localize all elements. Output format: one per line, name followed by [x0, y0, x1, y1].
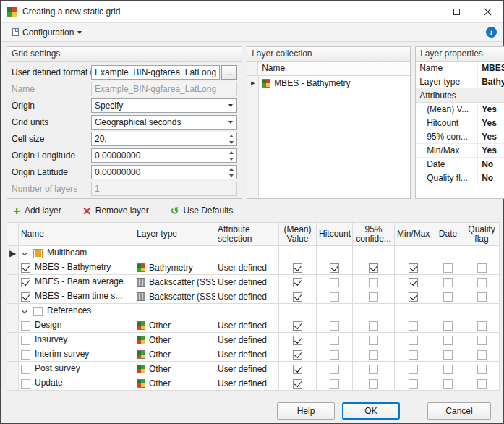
attribute-checkbox[interactable]: [409, 336, 418, 345]
attribute-checkbox[interactable]: [477, 321, 487, 331]
attribute-checkbox[interactable]: [330, 292, 339, 302]
attribute-checkbox[interactable]: [369, 379, 378, 389]
attribute-checkbox[interactable]: [369, 336, 378, 345]
spinner-buttons[interactable]: [226, 149, 236, 162]
attribute-checkbox[interactable]: [293, 379, 302, 389]
spin-down-button[interactable]: [226, 156, 236, 162]
attribute-checkbox[interactable]: [330, 350, 339, 360]
layer-checkbox[interactable]: [21, 365, 30, 374]
spin-up-button[interactable]: [226, 166, 236, 172]
text-input[interactable]: 20,: [91, 132, 237, 146]
row-selector[interactable]: [7, 362, 19, 376]
maximize-button[interactable]: [441, 1, 472, 22]
attribute-checkbox[interactable]: [443, 350, 453, 360]
attribute-checkbox[interactable]: [330, 321, 339, 331]
table-row[interactable]: Post surveyOtherUser defined: [7, 362, 500, 376]
attribute-checkbox[interactable]: [409, 379, 418, 389]
layer-checkbox[interactable]: [21, 336, 30, 345]
combo-box[interactable]: Geographical seconds: [91, 115, 237, 130]
table-row[interactable]: Interim surveyOtherUser defined: [7, 347, 500, 362]
spinner-buttons[interactable]: [226, 166, 236, 179]
attribute-checkbox[interactable]: [477, 263, 487, 273]
attribute-checkbox[interactable]: [477, 292, 487, 302]
attribute-checkbox[interactable]: [369, 350, 378, 360]
row-selector[interactable]: [7, 275, 19, 289]
spin-down-button[interactable]: [226, 172, 236, 179]
row-selector[interactable]: ▶: [7, 246, 19, 260]
table-row[interactable]: MBES - BathymetryBathymetryUser defined: [7, 260, 500, 275]
attribute-checkbox[interactable]: [477, 336, 487, 345]
row-selector[interactable]: [7, 289, 19, 304]
title-bar[interactable]: Creating a new static grid: [1, 1, 503, 22]
attribute-checkbox[interactable]: [409, 292, 418, 302]
add-layer-button[interactable]: + Add layer: [8, 203, 67, 219]
text-input[interactable]: 0.00000000: [91, 165, 237, 179]
cancel-button[interactable]: Cancel: [427, 402, 491, 420]
layer-collection-row[interactable]: ▶MBES - Bathymetry: [247, 76, 410, 90]
remove-layer-button[interactable]: × Remove layer: [78, 203, 154, 219]
table-row[interactable]: ▶Multibeam: [7, 246, 500, 260]
close-button[interactable]: [472, 1, 503, 22]
table-row[interactable]: DesignOtherUser defined: [7, 318, 500, 333]
layer-checkbox[interactable]: [33, 307, 43, 316]
attribute-checkbox[interactable]: [330, 263, 339, 273]
attribute-checkbox[interactable]: [369, 263, 378, 273]
attribute-checkbox[interactable]: [330, 336, 339, 345]
table-row[interactable]: InsurveyOtherUser defined: [7, 333, 500, 347]
attribute-checkbox[interactable]: [369, 365, 378, 374]
attribute-checkbox[interactable]: [293, 350, 302, 360]
attribute-checkbox[interactable]: [330, 365, 339, 374]
attribute-checkbox[interactable]: [409, 350, 418, 360]
layer-checkbox[interactable]: [21, 379, 30, 389]
layer-checkbox[interactable]: [21, 321, 30, 331]
info-icon[interactable]: i: [486, 27, 497, 38]
attribute-checkbox[interactable]: [443, 278, 453, 287]
attribute-checkbox[interactable]: [409, 321, 418, 331]
table-row[interactable]: UpdateOtherUser defined: [7, 376, 500, 391]
attributes-section-header[interactable]: Attributes: [416, 89, 504, 103]
help-button[interactable]: Help: [277, 402, 335, 420]
attribute-checkbox[interactable]: [443, 379, 453, 389]
attribute-checkbox[interactable]: [369, 292, 378, 302]
ok-button[interactable]: OK: [342, 402, 400, 420]
attribute-checkbox[interactable]: [293, 336, 302, 345]
table-row[interactable]: MBES - Beam time s...Backscatter (SSS)Us…: [7, 289, 500, 304]
attribute-checkbox[interactable]: [443, 336, 453, 345]
attribute-checkbox[interactable]: [330, 379, 339, 389]
text-input[interactable]: 0.00000000: [91, 148, 237, 163]
attribute-checkbox[interactable]: [409, 278, 418, 287]
attribute-checkbox[interactable]: [409, 263, 418, 273]
spin-up-button[interactable]: [226, 132, 236, 139]
spin-down-button[interactable]: [226, 139, 236, 145]
attribute-checkbox[interactable]: [409, 365, 418, 374]
attribute-checkbox[interactable]: [443, 263, 453, 273]
table-row[interactable]: References: [7, 304, 500, 318]
attribute-checkbox[interactable]: [293, 365, 302, 374]
layer-checkbox[interactable]: [33, 249, 43, 258]
attribute-checkbox[interactable]: [293, 292, 302, 302]
expander-icon[interactable]: [22, 250, 27, 255]
attribute-checkbox[interactable]: [443, 321, 453, 331]
row-selector[interactable]: [7, 260, 19, 275]
browse-button[interactable]: …: [221, 65, 237, 80]
minimize-button[interactable]: [410, 1, 441, 22]
attribute-checkbox[interactable]: [477, 350, 487, 360]
table-row[interactable]: MBES - Beam averageBackscatter (SSS)User…: [7, 275, 500, 289]
attribute-checkbox[interactable]: [369, 278, 378, 287]
attribute-checkbox[interactable]: [293, 263, 302, 273]
row-selector[interactable]: [7, 347, 19, 362]
layer-checkbox[interactable]: [21, 292, 30, 302]
attribute-checkbox[interactable]: [369, 321, 378, 331]
dropdown-arrow[interactable]: [225, 116, 236, 129]
row-selector[interactable]: [7, 304, 19, 318]
attribute-checkbox[interactable]: [443, 365, 453, 374]
attribute-checkbox[interactable]: [477, 365, 487, 374]
row-selector[interactable]: [7, 333, 19, 347]
attribute-checkbox[interactable]: [293, 321, 302, 331]
expander-icon[interactable]: [22, 308, 27, 313]
layer-checkbox[interactable]: [21, 263, 30, 273]
configuration-button[interactable]: Configuration: [7, 25, 87, 41]
row-selector[interactable]: [7, 318, 19, 333]
attribute-checkbox[interactable]: [443, 292, 453, 302]
attribute-checkbox[interactable]: [330, 278, 339, 287]
